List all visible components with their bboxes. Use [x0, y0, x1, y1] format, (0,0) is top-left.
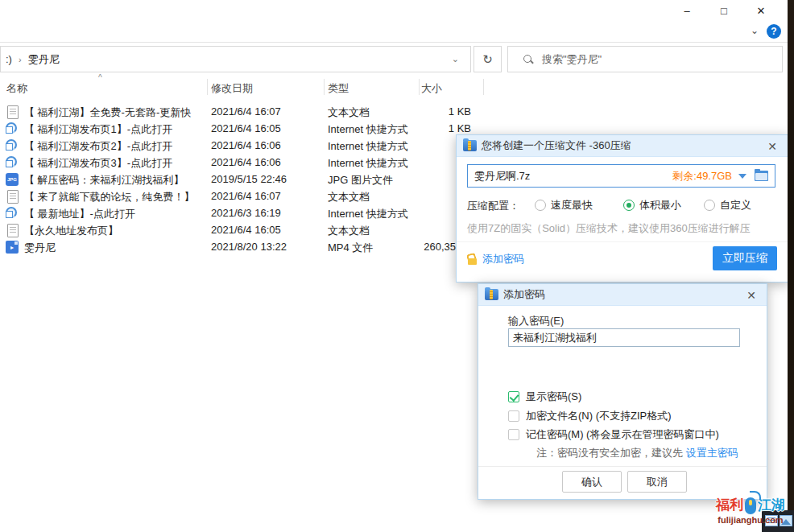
cancel-button[interactable]: 取消: [627, 471, 687, 493]
file-date-cell: 2021/8/20 13:22: [211, 241, 287, 253]
file-row[interactable]: 【 来了就能下载的论坛，纯免费！】 2021/6/4 16:07 文本文档: [0, 188, 499, 205]
password-dialog-close-icon[interactable]: ✕: [744, 288, 759, 303]
search-placeholder: 搜索"雯丹尼": [542, 52, 602, 67]
url-file-icon: [6, 139, 17, 151]
url-file-icon: [6, 156, 17, 167]
checkbox-encrypt-filenames[interactable]: 加密文件名(N) (不支持ZIP格式): [508, 409, 672, 423]
checkbox-show-password[interactable]: 显示密码(S): [508, 390, 581, 404]
address-drive[interactable]: :): [6, 53, 12, 65]
set-master-password-link[interactable]: 设置主密码: [686, 447, 738, 459]
compress-hint-text: 使用7Z的固实（Solid）压缩技术，建议使用360压缩进行解压: [467, 221, 751, 236]
checkbox-icon: [508, 391, 519, 402]
file-row[interactable]: 【 福利江湖发布页2】-点此打开 2021/6/4 16:06 Internet…: [0, 138, 499, 155]
address-bar[interactable]: :) › 雯丹尼 ⌄: [0, 46, 471, 72]
file-row[interactable]: 【 福利江湖发布页1】-点此打开 2021/6/4 16:05 Internet…: [0, 121, 499, 138]
password-input[interactable]: 来福利江湖找福利: [508, 328, 740, 347]
file-name-cell: 【 福利江湖】全免费-无套路-更新快: [24, 105, 191, 120]
confirm-button[interactable]: 确认: [562, 471, 622, 493]
file-name-cell: 【 来了就能下载的论坛，纯免费！】: [24, 190, 195, 204]
help-icon[interactable]: ?: [767, 24, 781, 39]
file-row[interactable]: 【 福利江湖】全免费-无套路-更新快 2021/6/4 16:07 文本文档 1…: [0, 104, 499, 121]
file-row[interactable]: 【 最新地址】-点此打开 2021/6/3 16:19 Internet 快捷方…: [0, 205, 499, 222]
mouse-icon: [745, 497, 756, 514]
address-dropdown-chevron-icon[interactable]: ⌄: [452, 54, 459, 64]
compress-now-button[interactable]: 立即压缩: [713, 246, 777, 270]
password-dialog-title: 添加密码: [503, 287, 545, 302]
ribbon-bar: ⌄ ?: [0, 21, 788, 43]
column-divider[interactable]: [483, 79, 484, 95]
checkbox-label: 记住密码(M) (将会显示在管理密码窗口中): [526, 427, 719, 442]
column-header-size[interactable]: 大小: [421, 81, 442, 96]
destination-dropdown-icon[interactable]: [738, 174, 746, 179]
file-name-cell: 【 最新地址】-点此打开: [24, 207, 135, 221]
file-size-cell: 1 KB: [370, 122, 471, 134]
close-button[interactable]: ✕: [742, 0, 780, 21]
add-password-link[interactable]: 添加密码: [467, 252, 524, 266]
file-type-cell: 文本文档: [328, 190, 370, 204]
file-name-cell: 【 福利江湖发布页2】-点此打开: [24, 139, 172, 154]
url-file-icon: [6, 207, 17, 218]
compress-config-row: 压缩配置： 速度最快 体积最小 自定义: [467, 198, 781, 212]
compress-dialog: 您将创建一个压缩文件 -360压缩 ✕ 雯丹尼啊.7z 剩余:49.7GB 压缩…: [456, 134, 788, 282]
details-view-icon[interactable]: [765, 515, 778, 526]
address-row: :) › 雯丹尼 ⌄ ↻ 搜索"雯丹尼": [0, 46, 788, 72]
file-type-cell: Internet 快捷方式: [328, 207, 408, 221]
ribbon-expand-chevron-icon[interactable]: ⌄: [751, 25, 759, 36]
column-header-type[interactable]: 类型: [328, 81, 349, 96]
zip-archive-icon: [485, 289, 498, 300]
radio-label: 速度最快: [551, 198, 593, 212]
file-name-cell: 雯丹尼: [24, 241, 56, 255]
breadcrumb-folder[interactable]: 雯丹尼: [28, 52, 60, 67]
thumbnail-view-icon[interactable]: [780, 515, 792, 526]
zip-archive-icon: [463, 140, 477, 151]
file-row[interactable]: 【永久地址发布页】 2021/6/4 16:05 文本文档: [0, 222, 499, 239]
minimize-button[interactable]: –: [668, 0, 705, 21]
file-name-cell: 【 解压密码：来福利江湖找福利】: [24, 173, 184, 188]
file-type-cell: 文本文档: [328, 224, 370, 238]
file-type-cell: MP4 文件: [328, 241, 373, 255]
checkbox-label: 加密文件名(N) (不支持ZIP格式): [526, 409, 672, 423]
checkbox-label: 显示密码(S): [526, 390, 581, 404]
divider: [457, 241, 788, 242]
mp4-file-icon: ▸: [6, 241, 19, 254]
compress-dialog-close-icon[interactable]: ✕: [765, 139, 780, 154]
explorer-window: – □ ✕ ⌄ ? :) › 雯丹尼 ⌄ ↻ 搜索"雯丹尼" 名称 ^ 修改日期…: [0, 0, 794, 532]
file-date-cell: 2021/6/4 16:07: [211, 190, 281, 202]
background-edge: [788, 0, 794, 532]
file-name-cell: 【 福利江湖发布页3】-点此打开: [24, 156, 172, 171]
radio-fastest-speed[interactable]: 速度最快: [535, 198, 593, 212]
file-type-cell: 文本文档: [328, 105, 370, 120]
file-date-cell: 2021/6/4 16:07: [211, 105, 281, 118]
archive-name-input[interactable]: 雯丹尼啊.7z 剩余:49.7GB: [467, 164, 775, 188]
file-size-cell: 260,35: [370, 241, 456, 253]
radio-label: 体积最小: [639, 198, 681, 212]
browse-folder-icon[interactable]: [755, 171, 768, 181]
url-file-icon: [6, 122, 17, 134]
refresh-button[interactable]: ↻: [474, 46, 502, 72]
column-header-date[interactable]: 修改日期: [211, 81, 253, 96]
compress-dialog-title: 您将创建一个压缩文件 -360压缩: [482, 138, 631, 153]
lock-icon: [467, 254, 478, 265]
checkbox-icon: [508, 429, 519, 440]
list-header: 名称 ^ 修改日期 类型 大小: [0, 76, 499, 97]
password-dialog-titlebar: 添加密码: [478, 284, 767, 306]
column-divider[interactable]: [324, 79, 325, 95]
add-password-label: 添加密码: [482, 252, 524, 266]
radio-custom[interactable]: 自定义: [704, 198, 751, 212]
column-divider[interactable]: [207, 79, 208, 95]
maximize-button[interactable]: □: [705, 0, 742, 21]
file-row[interactable]: JPG 【 解压密码：来福利江湖找福利】 2019/5/15 22:46 JPG…: [0, 171, 499, 188]
file-row[interactable]: 【 福利江湖发布页3】-点此打开 2021/6/4 16:06 Internet…: [0, 155, 499, 171]
compress-dialog-titlebar: 您将创建一个压缩文件 -360压缩: [457, 135, 788, 157]
search-input[interactable]: 搜索"雯丹尼": [507, 46, 783, 72]
file-type-cell: JPG 图片文件: [328, 173, 393, 188]
column-header-name[interactable]: 名称: [6, 81, 27, 96]
text-file-icon: [7, 190, 19, 204]
archive-name-value: 雯丹尼啊.7z: [474, 169, 672, 184]
file-size-cell: 1 KB: [370, 105, 471, 118]
radio-smallest-size[interactable]: 体积最小: [623, 198, 681, 212]
text-file-icon: [7, 105, 19, 119]
file-row[interactable]: ▸ 雯丹尼 2021/8/20 13:22 MP4 文件 260,35: [0, 239, 499, 256]
checkbox-remember-password[interactable]: 记住密码(M) (将会显示在管理密码窗口中): [508, 427, 719, 442]
column-divider[interactable]: [419, 79, 420, 95]
